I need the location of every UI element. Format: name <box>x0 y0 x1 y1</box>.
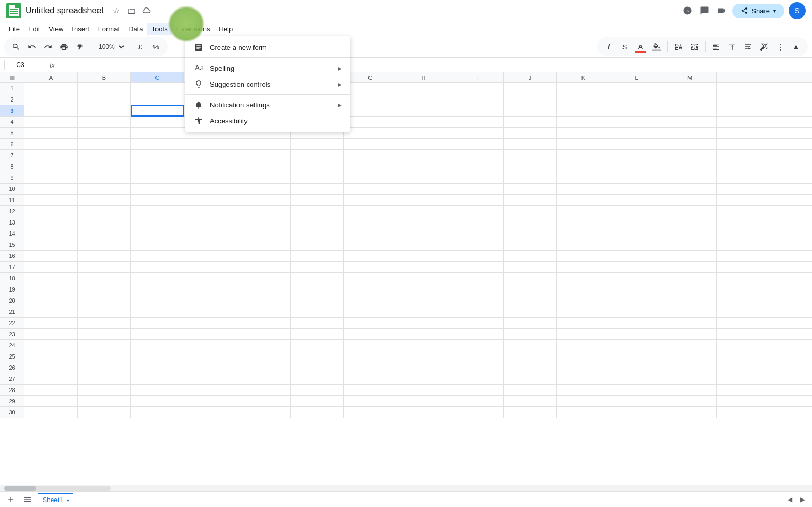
row-number[interactable]: 11 <box>0 195 24 205</box>
fill-color-button[interactable] <box>649 39 664 54</box>
row-number[interactable]: 3 <box>0 105 24 116</box>
grid-cell[interactable] <box>291 362 344 373</box>
suggestion-controls-item[interactable]: Suggestion controls ▶ <box>185 76 350 92</box>
grid-cell[interactable] <box>397 228 450 239</box>
grid-cell[interactable] <box>663 161 717 172</box>
grid-cell[interactable] <box>131 128 184 139</box>
grid-cell[interactable] <box>450 396 504 407</box>
grid-cell[interactable] <box>663 306 717 318</box>
row-number[interactable]: 27 <box>0 373 24 384</box>
grid-cell[interactable] <box>663 128 717 139</box>
grid-cell[interactable] <box>344 273 397 284</box>
grid-cell[interactable] <box>131 94 184 105</box>
row-number[interactable]: 5 <box>0 128 24 138</box>
zoom-select[interactable]: 100% 75% 50% 125% 150% <box>94 41 126 52</box>
grid-cell[interactable] <box>291 329 344 340</box>
grid-cell[interactable] <box>663 284 717 295</box>
row-number[interactable]: 25 <box>0 351 24 362</box>
grid-cell[interactable] <box>131 373 184 385</box>
grid-cell[interactable] <box>24 128 78 139</box>
grid-cell[interactable] <box>610 396 663 407</box>
grid-cell[interactable] <box>184 329 237 340</box>
grid-cell[interactable] <box>237 184 291 195</box>
grid-cell[interactable] <box>237 273 291 284</box>
grid-cell[interactable] <box>663 373 717 385</box>
grid-cell[interactable] <box>291 273 344 284</box>
row-number[interactable]: 9 <box>0 172 24 183</box>
grid-cell[interactable] <box>237 251 291 262</box>
grid-cell[interactable] <box>184 284 237 295</box>
grid-cell[interactable] <box>504 217 557 228</box>
grid-cell[interactable] <box>291 351 344 362</box>
grid-cell[interactable] <box>450 105 504 117</box>
row-number[interactable]: 20 <box>0 295 24 306</box>
grid-cell[interactable] <box>237 306 291 318</box>
grid-cell[interactable] <box>610 373 663 385</box>
grid-cell[interactable] <box>78 195 131 206</box>
grid-cell[interactable] <box>237 228 291 239</box>
grid-cell[interactable] <box>237 351 291 362</box>
menu-file[interactable]: File <box>4 23 24 35</box>
grid-cell[interactable] <box>78 184 131 195</box>
grid-cell[interactable] <box>450 284 504 295</box>
grid-cell[interactable] <box>24 362 78 373</box>
grid-cell[interactable] <box>557 385 610 396</box>
grid-cell[interactable] <box>131 295 184 306</box>
grid-cell[interactable] <box>131 172 184 184</box>
grid-cell[interactable] <box>663 329 717 340</box>
grid-cell[interactable] <box>504 273 557 284</box>
grid-cell[interactable] <box>344 318 397 329</box>
menu-data[interactable]: Data <box>124 23 147 35</box>
grid-cell[interactable] <box>344 362 397 373</box>
grid-cell[interactable] <box>237 318 291 329</box>
grid-cell[interactable] <box>131 396 184 407</box>
grid-cell[interactable] <box>184 407 237 418</box>
grid-cell[interactable] <box>450 217 504 228</box>
grid-cell[interactable] <box>291 195 344 206</box>
grid-cell[interactable] <box>291 172 344 184</box>
grid-cell[interactable] <box>184 217 237 228</box>
valign-button[interactable] <box>725 39 740 54</box>
grid-cell[interactable] <box>450 306 504 318</box>
grid-cell[interactable] <box>450 239 504 251</box>
grid-cell[interactable] <box>344 195 397 206</box>
share-button[interactable]: Share ▾ <box>732 4 784 18</box>
grid-cell[interactable] <box>504 351 557 362</box>
grid-cell[interactable] <box>184 161 237 172</box>
grid-cell[interactable] <box>344 329 397 340</box>
grid-cell[interactable] <box>450 318 504 329</box>
grid-cell[interactable] <box>397 251 450 262</box>
grid-cell[interactable] <box>78 150 131 161</box>
grid-cell[interactable] <box>344 184 397 195</box>
grid-cell[interactable] <box>504 396 557 407</box>
grid-cell[interactable] <box>24 150 78 161</box>
grid-cell[interactable] <box>663 318 717 329</box>
grid-cell[interactable] <box>344 217 397 228</box>
grid-cell[interactable] <box>78 284 131 295</box>
grid-cell[interactable] <box>131 306 184 318</box>
merge-button[interactable] <box>687 39 702 54</box>
grid-cell[interactable] <box>504 340 557 351</box>
grid-cell[interactable] <box>450 362 504 373</box>
col-header-A[interactable]: A <box>24 72 78 82</box>
row-number[interactable]: 2 <box>0 94 24 105</box>
row-number[interactable]: 10 <box>0 184 24 194</box>
grid-cell[interactable] <box>397 139 450 150</box>
grid-cell[interactable] <box>557 373 610 385</box>
menu-format[interactable]: Format <box>94 23 124 35</box>
grid-cell[interactable] <box>184 362 237 373</box>
grid-cell[interactable] <box>610 117 663 128</box>
horizontal-scrollbar[interactable] <box>4 486 111 491</box>
grid-cell[interactable] <box>291 184 344 195</box>
row-number[interactable]: 16 <box>0 251 24 261</box>
grid-cell[interactable] <box>131 83 184 94</box>
grid-cell[interactable] <box>610 273 663 284</box>
grid-cell[interactable] <box>184 172 237 184</box>
grid-cell[interactable] <box>237 195 291 206</box>
grid-cell[interactable] <box>24 184 78 195</box>
grid-cell[interactable] <box>663 351 717 362</box>
currency-button[interactable]: £ <box>133 39 147 54</box>
grid-cell[interactable] <box>237 396 291 407</box>
grid-cell[interactable] <box>663 228 717 239</box>
grid-cell[interactable] <box>237 407 291 418</box>
